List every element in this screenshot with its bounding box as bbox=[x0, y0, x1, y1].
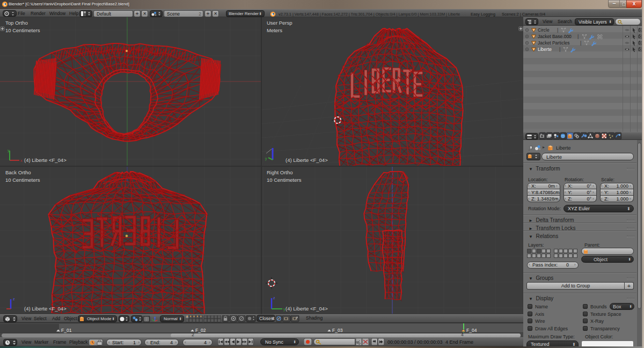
svg-text:z: z bbox=[13, 297, 15, 301]
svg-text:y: y bbox=[283, 307, 286, 312]
svg-text:x: x bbox=[20, 159, 23, 162]
svg-text:y: y bbox=[265, 157, 267, 161]
svg-text:y: y bbox=[8, 149, 10, 153]
svg-text:z: z bbox=[273, 296, 275, 300]
